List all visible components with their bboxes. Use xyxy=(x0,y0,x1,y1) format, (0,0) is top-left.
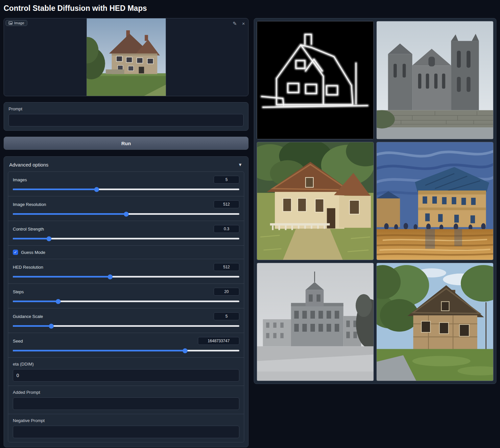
steps-label: Steps xyxy=(13,289,24,294)
steps-slider[interactable] xyxy=(13,301,239,302)
hed-resolution-value-input[interactable] xyxy=(214,263,239,271)
guidance-scale-slider-fill xyxy=(13,325,51,327)
eta-row: eta (DDIM) xyxy=(8,357,244,386)
image-icon xyxy=(9,21,12,25)
guess-mode-label: Guess Mode xyxy=(21,250,45,255)
added-prompt-label: Added Prompt xyxy=(13,390,239,395)
page-title: Control Stable Diffusion with HED Maps xyxy=(4,4,496,13)
hed-resolution-slider[interactable] xyxy=(13,276,239,278)
image-component-label: Image xyxy=(6,20,27,26)
main-layout: Image ✎ × xyxy=(4,18,496,447)
control-strength-label: Control Strength xyxy=(13,227,44,232)
advanced-options-title: Advanced options xyxy=(9,162,48,168)
slider-row-steps: Steps xyxy=(8,283,244,308)
guidance-scale-label: Guidance Scale xyxy=(13,314,43,319)
control-strength-slider-fill xyxy=(13,238,49,239)
added-prompt-row: Added Prompt xyxy=(8,386,244,414)
left-column: Image ✎ × xyxy=(4,18,249,447)
image-component-label-text: Image xyxy=(14,21,24,25)
slider-row-images: Images xyxy=(8,172,244,196)
guess-mode-row: ✓ Guess Mode xyxy=(8,245,244,259)
gallery-item-cathedral[interactable] xyxy=(376,21,493,139)
accordion-arrow-icon: ▼ xyxy=(238,162,242,167)
prompt-block: Prompt xyxy=(4,102,249,131)
gallery-item-rustic-house[interactable] xyxy=(376,263,493,381)
control-strength-value-input[interactable] xyxy=(214,225,239,233)
image-resolution-slider[interactable] xyxy=(13,213,239,215)
slider-row-image-resolution: Image Resolution xyxy=(8,196,244,221)
image-resolution-value-input[interactable] xyxy=(214,200,239,208)
app-page: Control Stable Diffusion with HED Maps I… xyxy=(0,0,500,448)
images-slider-handle[interactable] xyxy=(94,187,99,192)
prompt-label: Prompt xyxy=(9,106,244,111)
image-upload-component: Image ✎ × xyxy=(4,18,249,96)
slider-row-hed-resolution: HED Resolution xyxy=(8,259,244,283)
image-resolution-slider-handle[interactable] xyxy=(124,212,129,216)
added-prompt-input[interactable] xyxy=(13,397,239,410)
guidance-scale-slider[interactable] xyxy=(13,325,239,327)
images-label: Images xyxy=(13,177,27,182)
gallery-item-hed-edge-map[interactable] xyxy=(257,21,374,139)
prompt-input[interactable] xyxy=(9,114,244,126)
gallery-item-painted-cottage[interactable] xyxy=(257,142,374,260)
control-strength-slider[interactable] xyxy=(13,238,239,239)
steps-slider-handle[interactable] xyxy=(56,299,60,304)
negative-prompt-input[interactable] xyxy=(13,426,239,438)
gallery-item-impressionist-painting[interactable] xyxy=(376,142,493,260)
advanced-options-panel: Advanced options ▼ Images xyxy=(4,156,249,447)
slider-row-seed: Seed xyxy=(8,333,244,357)
uploaded-house-photo[interactable] xyxy=(86,18,166,96)
negative-prompt-row: Negative Prompt xyxy=(8,414,244,442)
hed-resolution-label: HED Resolution xyxy=(13,265,43,270)
steps-slider-fill xyxy=(13,301,58,302)
seed-slider-handle[interactable] xyxy=(182,348,187,353)
edit-image-button[interactable]: ✎ xyxy=(232,20,238,27)
seed-value-input[interactable] xyxy=(198,337,239,345)
control-strength-slider-handle[interactable] xyxy=(47,236,52,241)
guidance-scale-slider-handle[interactable] xyxy=(49,324,54,328)
images-value-input[interactable] xyxy=(214,176,239,184)
output-gallery xyxy=(254,18,496,384)
advanced-options-form: Images Image Resolution xyxy=(8,171,244,442)
hed-resolution-slider-fill xyxy=(13,276,110,278)
slider-row-guidance-scale: Guidance Scale xyxy=(8,308,244,333)
guidance-scale-value-input[interactable] xyxy=(214,312,239,320)
seed-slider[interactable] xyxy=(13,350,239,351)
hed-resolution-slider-handle[interactable] xyxy=(108,274,113,279)
images-slider-fill xyxy=(13,189,97,190)
seed-label: Seed xyxy=(13,339,23,344)
clear-image-button[interactable]: × xyxy=(241,20,246,27)
slider-row-control-strength: Control Strength xyxy=(8,221,244,245)
images-slider[interactable] xyxy=(13,189,239,190)
image-toolbar: ✎ × xyxy=(232,20,246,27)
right-column xyxy=(254,18,496,384)
seed-slider-fill xyxy=(13,350,185,351)
gallery-item-grayscale-building[interactable] xyxy=(257,263,374,381)
run-button[interactable]: Run xyxy=(4,137,249,150)
steps-value-input[interactable] xyxy=(214,288,239,296)
eta-label: eta (DDIM) xyxy=(13,362,239,367)
negative-prompt-label: Negative Prompt xyxy=(13,418,239,423)
guess-mode-checkbox[interactable]: ✓ xyxy=(13,250,18,255)
eta-input[interactable] xyxy=(13,369,239,382)
image-resolution-label: Image Resolution xyxy=(13,202,46,207)
advanced-options-header[interactable]: Advanced options ▼ xyxy=(8,161,244,171)
image-resolution-slider-fill xyxy=(13,213,126,215)
checkmark-icon: ✓ xyxy=(14,250,17,255)
